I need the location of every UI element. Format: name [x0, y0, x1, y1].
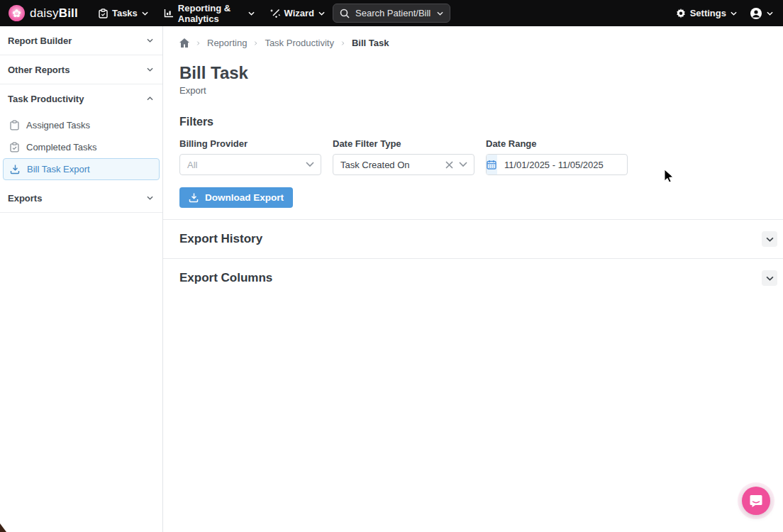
chevron-up-icon: [147, 96, 153, 101]
home-icon[interactable]: [179, 38, 189, 48]
clipboard-icon: [99, 9, 108, 18]
search-placeholder: Search Patient/Bill: [355, 8, 431, 18]
nav-item-label: Tasks: [112, 8, 138, 18]
chart-icon: [164, 9, 174, 18]
breadcrumb-current: Bill Task: [352, 38, 389, 48]
filters-heading: Filters: [163, 96, 783, 128]
breadcrumb-link-task-productivity[interactable]: Task Productivity: [265, 38, 334, 48]
sidebar-section-task-productivity[interactable]: Task Productivity: [0, 84, 162, 113]
date-filter-type-select[interactable]: Task Created On: [333, 154, 474, 175]
corner-artifact: [0, 523, 6, 532]
brand-logo[interactable]: ✿ daisyBill: [9, 5, 78, 21]
section-label: Exports: [8, 193, 42, 204]
date-range-label: Date Range: [486, 138, 628, 149]
calendar-icon[interactable]: [487, 155, 497, 174]
billing-provider-label: Billing Provider: [179, 138, 321, 149]
global-search[interactable]: Search Patient/Bill: [333, 4, 450, 23]
nav-item-label: Reporting & Analytics: [178, 3, 244, 24]
chevron-down-icon: [767, 11, 773, 16]
download-icon: [10, 164, 21, 174]
chevron-down-icon: [306, 162, 314, 167]
brand-name: daisyBill: [30, 6, 78, 21]
section-label: Report Builder: [8, 35, 72, 46]
chevron-down-icon: [766, 276, 774, 281]
settings-label: Settings: [690, 8, 726, 18]
export-columns-toggle-button[interactable]: [762, 270, 777, 286]
top-navbar: ✿ daisyBill Tasks Reporting & Analytics …: [0, 0, 783, 26]
search-icon: [340, 9, 350, 18]
chevron-down-icon: [437, 11, 443, 16]
date-range-input[interactable]: [497, 160, 628, 170]
magic-wand-icon: [270, 9, 280, 18]
chevron-down-icon: [318, 11, 325, 16]
nav-item-reporting-analytics[interactable]: Reporting & Analytics: [156, 0, 262, 26]
chat-bubble-icon: [749, 494, 763, 508]
sidebar-item-assigned-tasks[interactable]: Assigned Tasks: [0, 114, 162, 136]
download-export-label: Download Export: [205, 192, 284, 203]
clear-icon[interactable]: [445, 161, 453, 169]
export-history-section: Export History: [163, 219, 783, 258]
divider: [0, 212, 162, 213]
billing-provider-value: All: [180, 160, 306, 170]
billing-provider-field: Billing Provider All: [179, 138, 321, 175]
sidebar-item-bill-task-export[interactable]: Bill Task Export: [3, 158, 160, 180]
page-subtitle: Export: [163, 83, 783, 96]
page-title: Bill Task: [163, 48, 783, 83]
breadcrumb: Reporting Task Productivity Bill Task: [163, 26, 783, 48]
chevron-down-icon: [459, 162, 467, 167]
sidebar-item-label: Completed Tasks: [26, 142, 96, 153]
download-export-button[interactable]: Download Export: [179, 187, 293, 208]
export-history-title: Export History: [179, 232, 262, 246]
chevron-down-icon: [147, 196, 153, 200]
account-menu[interactable]: [748, 0, 774, 26]
date-range-control[interactable]: [486, 154, 628, 175]
date-range-field: Date Range: [486, 138, 628, 175]
chevron-down-icon: [147, 67, 153, 72]
daisy-flower-icon: ✿: [9, 5, 25, 21]
nav-item-wizard[interactable]: Wizard: [262, 0, 333, 26]
nav-item-tasks[interactable]: Tasks: [91, 0, 156, 26]
user-avatar-icon: [750, 7, 762, 20]
sidebar-section-report-builder[interactable]: Report Builder: [0, 26, 162, 55]
chevron-down-icon: [766, 237, 774, 242]
export-history-toggle-button[interactable]: [762, 231, 777, 247]
chat-messenger-button[interactable]: [742, 487, 770, 515]
settings-menu[interactable]: Settings: [674, 0, 738, 26]
nav-item-label: Wizard: [284, 8, 315, 18]
gear-icon: [676, 9, 686, 18]
sidebar-section-other-reports[interactable]: Other Reports: [0, 55, 162, 84]
clipboard-icon: [9, 120, 20, 131]
clipboard-check-icon: [9, 142, 20, 153]
export-columns-title: Export Columns: [179, 271, 272, 285]
chevron-down-icon: [147, 38, 153, 43]
filters-row: Billing Provider All Date Filter Type Ta…: [163, 128, 783, 175]
sidebar-item-label: Bill Task Export: [27, 164, 90, 174]
breadcrumb-link-reporting[interactable]: Reporting: [207, 38, 247, 48]
reports-sidebar: Report Builder Other Reports Task Produc…: [0, 26, 163, 532]
sidebar-item-completed-tasks[interactable]: Completed Tasks: [0, 136, 162, 158]
chevron-down-icon: [142, 11, 148, 16]
export-columns-section: Export Columns: [163, 258, 783, 297]
date-filter-type-label: Date Filter Type: [333, 138, 474, 149]
download-icon: [189, 192, 199, 203]
chevron-right-icon: [252, 41, 259, 45]
date-filter-type-field: Date Filter Type Task Created On: [333, 138, 474, 175]
section-label: Task Productivity: [8, 94, 84, 104]
chevron-right-icon: [340, 41, 346, 45]
section-label: Other Reports: [8, 65, 70, 75]
date-filter-type-value: Task Created On: [333, 160, 445, 170]
chevron-down-icon: [731, 11, 737, 16]
sidebar-section-exports[interactable]: Exports: [0, 184, 162, 212]
sidebar-item-label: Assigned Tasks: [26, 120, 90, 131]
chevron-right-icon: [195, 41, 201, 45]
chevron-down-icon: [248, 11, 255, 16]
billing-provider-select[interactable]: All: [179, 154, 321, 175]
main-content: Reporting Task Productivity Bill Task Bi…: [163, 26, 783, 532]
